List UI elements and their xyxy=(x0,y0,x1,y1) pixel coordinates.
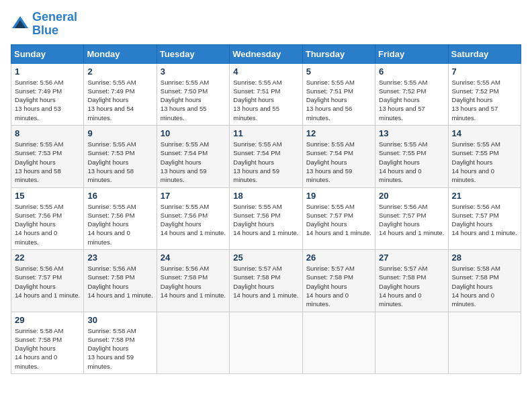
day-info: Sunrise: 5:56 AMSunset: 7:57 PMDaylight … xyxy=(452,202,517,238)
logo: General Blue xyxy=(11,11,77,38)
day-number: 23 xyxy=(87,253,152,263)
day-number: 17 xyxy=(161,191,226,201)
day-info: Sunrise: 5:55 AMSunset: 7:54 PMDaylight … xyxy=(161,140,226,184)
day-number: 30 xyxy=(87,315,152,325)
day-info: Sunrise: 5:55 AMSunset: 7:50 PMDaylight … xyxy=(161,78,226,122)
day-number: 6 xyxy=(379,66,444,77)
calendar-cell: 18Sunrise: 5:55 AMSunset: 7:56 PMDayligh… xyxy=(230,187,302,249)
calendar-cell: 13Sunrise: 5:55 AMSunset: 7:55 PMDayligh… xyxy=(375,126,448,187)
day-info: Sunrise: 5:55 AMSunset: 7:51 PMDaylight … xyxy=(233,78,298,122)
calendar-cell: 15Sunrise: 5:55 AMSunset: 7:56 PMDayligh… xyxy=(11,187,84,249)
calendar-cell: 23Sunrise: 5:56 AMSunset: 7:58 PMDayligh… xyxy=(84,250,157,312)
day-info: Sunrise: 5:55 AMSunset: 7:56 PMDaylight … xyxy=(87,202,152,246)
calendar-cell: 17Sunrise: 5:55 AMSunset: 7:56 PMDayligh… xyxy=(157,187,229,249)
calendar-cell xyxy=(230,312,302,373)
column-header-monday: Monday xyxy=(84,44,157,63)
day-number: 8 xyxy=(15,128,80,138)
day-number: 24 xyxy=(161,253,226,263)
column-header-saturday: Saturday xyxy=(448,44,521,63)
calendar-cell: 4Sunrise: 5:55 AMSunset: 7:51 PMDaylight… xyxy=(230,63,302,125)
calendar-cell: 25Sunrise: 5:57 AMSunset: 7:58 PMDayligh… xyxy=(230,250,302,312)
day-number: 27 xyxy=(379,253,444,263)
day-number: 25 xyxy=(233,253,298,263)
calendar-cell: 6Sunrise: 5:55 AMSunset: 7:52 PMDaylight… xyxy=(375,63,448,125)
day-number: 26 xyxy=(306,253,371,263)
day-info: Sunrise: 5:55 AMSunset: 7:52 PMDaylight … xyxy=(452,78,517,122)
day-info: Sunrise: 5:55 AMSunset: 7:55 PMDaylight … xyxy=(452,140,517,184)
day-info: Sunrise: 5:55 AMSunset: 7:53 PMDaylight … xyxy=(87,140,152,184)
day-info: Sunrise: 5:55 AMSunset: 7:53 PMDaylight … xyxy=(15,140,80,184)
day-info: Sunrise: 5:57 AMSunset: 7:58 PMDaylight … xyxy=(233,264,298,300)
day-info: Sunrise: 5:55 AMSunset: 7:56 PMDaylight … xyxy=(161,202,226,238)
calendar-cell: 21Sunrise: 5:56 AMSunset: 7:57 PMDayligh… xyxy=(448,187,521,249)
column-header-sunday: Sunday xyxy=(11,44,84,63)
day-info: Sunrise: 5:55 AMSunset: 7:56 PMDaylight … xyxy=(15,202,80,246)
day-number: 29 xyxy=(15,315,80,325)
calendar-cell: 26Sunrise: 5:57 AMSunset: 7:58 PMDayligh… xyxy=(302,250,375,312)
day-info: Sunrise: 5:55 AMSunset: 7:49 PMDaylight … xyxy=(87,78,152,122)
calendar-cell: 24Sunrise: 5:56 AMSunset: 7:58 PMDayligh… xyxy=(157,250,229,312)
calendar-cell xyxy=(448,312,521,373)
calendar-cell: 16Sunrise: 5:55 AMSunset: 7:56 PMDayligh… xyxy=(84,187,157,249)
day-info: Sunrise: 5:55 AMSunset: 7:54 PMDaylight … xyxy=(233,140,298,184)
day-number: 3 xyxy=(161,66,226,77)
column-header-wednesday: Wednesday xyxy=(230,44,302,63)
calendar-cell: 27Sunrise: 5:57 AMSunset: 7:58 PMDayligh… xyxy=(375,250,448,312)
calendar-cell: 11Sunrise: 5:55 AMSunset: 7:54 PMDayligh… xyxy=(230,126,302,187)
day-number: 19 xyxy=(306,191,371,201)
day-info: Sunrise: 5:55 AMSunset: 7:57 PMDaylight … xyxy=(306,202,371,238)
calendar-cell: 12Sunrise: 5:55 AMSunset: 7:54 PMDayligh… xyxy=(302,126,375,187)
page-header: General Blue xyxy=(11,11,521,38)
day-number: 14 xyxy=(452,128,517,138)
day-info: Sunrise: 5:56 AMSunset: 7:58 PMDaylight … xyxy=(161,264,226,300)
calendar-cell: 22Sunrise: 5:56 AMSunset: 7:57 PMDayligh… xyxy=(11,250,84,312)
calendar-cell: 3Sunrise: 5:55 AMSunset: 7:50 PMDaylight… xyxy=(157,63,229,125)
day-number: 15 xyxy=(15,191,80,201)
day-info: Sunrise: 5:58 AMSunset: 7:58 PMDaylight … xyxy=(452,264,517,308)
calendar-cell: 9Sunrise: 5:55 AMSunset: 7:53 PMDaylight… xyxy=(84,126,157,187)
day-number: 28 xyxy=(452,253,517,263)
calendar-cell: 20Sunrise: 5:56 AMSunset: 7:57 PMDayligh… xyxy=(375,187,448,249)
day-number: 4 xyxy=(233,66,298,77)
calendar-cell: 1Sunrise: 5:56 AMSunset: 7:49 PMDaylight… xyxy=(11,63,84,125)
calendar-cell: 30Sunrise: 5:58 AMSunset: 7:58 PMDayligh… xyxy=(84,312,157,373)
day-number: 11 xyxy=(233,128,298,138)
day-number: 21 xyxy=(452,191,517,201)
day-number: 1 xyxy=(15,66,80,77)
column-header-thursday: Thursday xyxy=(302,44,375,63)
logo-icon xyxy=(11,15,30,34)
day-number: 2 xyxy=(87,66,152,77)
calendar-cell xyxy=(375,312,448,373)
day-number: 9 xyxy=(87,128,152,138)
logo-text: General Blue xyxy=(32,11,77,38)
day-info: Sunrise: 5:56 AMSunset: 7:57 PMDaylight … xyxy=(379,202,444,238)
day-number: 10 xyxy=(161,128,226,138)
day-info: Sunrise: 5:56 AMSunset: 7:58 PMDaylight … xyxy=(87,264,152,300)
calendar-cell: 14Sunrise: 5:55 AMSunset: 7:55 PMDayligh… xyxy=(448,126,521,187)
calendar-cell xyxy=(302,312,375,373)
day-info: Sunrise: 5:55 AMSunset: 7:55 PMDaylight … xyxy=(379,140,444,184)
day-number: 18 xyxy=(233,191,298,201)
calendar-cell: 29Sunrise: 5:58 AMSunset: 7:58 PMDayligh… xyxy=(11,312,84,373)
day-info: Sunrise: 5:56 AMSunset: 7:57 PMDaylight … xyxy=(15,264,80,300)
day-number: 7 xyxy=(452,66,517,77)
calendar-table: SundayMondayTuesdayWednesdayThursdayFrid… xyxy=(11,44,521,374)
calendar-cell: 10Sunrise: 5:55 AMSunset: 7:54 PMDayligh… xyxy=(157,126,229,187)
day-number: 5 xyxy=(306,66,371,77)
day-info: Sunrise: 5:58 AMSunset: 7:58 PMDaylight … xyxy=(87,326,152,371)
day-info: Sunrise: 5:58 AMSunset: 7:58 PMDaylight … xyxy=(15,326,80,371)
calendar-cell: 19Sunrise: 5:55 AMSunset: 7:57 PMDayligh… xyxy=(302,187,375,249)
day-info: Sunrise: 5:55 AMSunset: 7:52 PMDaylight … xyxy=(379,78,444,122)
calendar-cell: 8Sunrise: 5:55 AMSunset: 7:53 PMDaylight… xyxy=(11,126,84,187)
day-number: 12 xyxy=(306,128,371,138)
calendar-cell xyxy=(157,312,229,373)
day-info: Sunrise: 5:57 AMSunset: 7:58 PMDaylight … xyxy=(379,264,444,308)
day-number: 20 xyxy=(379,191,444,201)
day-info: Sunrise: 5:55 AMSunset: 7:54 PMDaylight … xyxy=(306,140,371,184)
day-info: Sunrise: 5:56 AMSunset: 7:49 PMDaylight … xyxy=(15,78,80,122)
day-number: 13 xyxy=(379,128,444,138)
column-header-friday: Friday xyxy=(375,44,448,63)
day-info: Sunrise: 5:55 AMSunset: 7:51 PMDaylight … xyxy=(306,78,371,122)
day-info: Sunrise: 5:55 AMSunset: 7:56 PMDaylight … xyxy=(233,202,298,238)
column-header-tuesday: Tuesday xyxy=(157,44,229,63)
